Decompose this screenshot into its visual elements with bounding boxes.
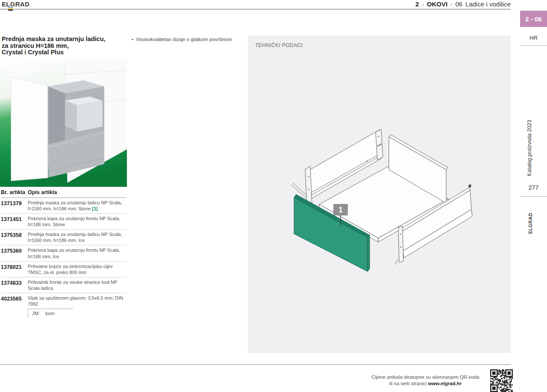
- table-row: 4023565Vijak sa upuštenom glavom; 3,5x6,…: [1, 293, 126, 309]
- callout-number: 1: [338, 206, 343, 214]
- table-row: 1371451Pokrivna kapa za unutarnju frontu…: [1, 214, 126, 230]
- page-number: 277: [520, 184, 547, 191]
- feature-bullet-item: • Visokokvalitetan dizajn s glatkom povr…: [132, 36, 253, 43]
- table-row: 1374833Prihvatnik fronte za visoke stran…: [1, 277, 126, 293]
- product-photo: [0, 59, 127, 187]
- table-header: Br. artikla Opis artikla: [1, 189, 126, 198]
- footer-line1: Cijene artikala dostupne su skeniranjem …: [367, 374, 484, 380]
- table-row: 1378021Prihvatne kopče za sinkronizacijs…: [1, 262, 126, 277]
- product-title: Prednja maska za unutarnju ladicu, za st…: [2, 36, 126, 56]
- col-header-sku: Br. artikla: [1, 189, 28, 195]
- product-title-line: Crystal i Crystal Plus: [2, 49, 126, 56]
- sku-cell: 1375358: [1, 231, 28, 243]
- table-rows: 1371379Prednja maska za unutarnju ladicu…: [1, 198, 126, 309]
- desc-cell: Prihvatnik fronte za visoke stranice kod…: [28, 279, 126, 291]
- sku-cell: 1374833: [1, 279, 28, 291]
- chevron-right-icon: ›: [422, 1, 423, 8]
- bullet-icon: •: [132, 36, 133, 43]
- sku-cell: 1371379: [1, 200, 28, 212]
- desc-cell: Prednja maska za unutarnju ladicu NP Sca…: [28, 200, 126, 212]
- desc-cell: Pokrivna kapa za unutarnju frontu NP Sca…: [28, 215, 126, 227]
- product-title-line: Prednja maska za unutarnju ladicu,: [2, 36, 126, 43]
- unit-value: kom: [45, 311, 55, 316]
- figure-ref: [1]: [91, 206, 98, 211]
- brand-logo: ELGRAD: [2, 0, 29, 8]
- website-text: www.elgrad.hr: [428, 381, 462, 386]
- unit-box: JM kom: [28, 309, 73, 318]
- table-row: 1371379Prednja maska za unutarnju ladicu…: [1, 198, 126, 214]
- sku-cell: 1371451: [1, 215, 28, 227]
- catalog-edition-label: Katalog proizvoda 2023: [526, 116, 532, 176]
- sidebar-divider: [520, 196, 547, 197]
- footer-line2: ili na web stranici www.elgrad.hr: [367, 380, 484, 387]
- desc-cell: Pokrivna kapa za unutarnju frontu NP Sca…: [28, 247, 126, 259]
- unit-label: JM: [32, 311, 38, 316]
- header-divider: [0, 9, 511, 9]
- desc-cell: Vijak sa upuštenom glavom; 3,5x6,5 mm; D…: [28, 295, 126, 307]
- desc-cell: Prednja maska za unutarnju ladicu NP Sca…: [28, 231, 126, 243]
- product-title-line: za stranicu H=186 mm,: [2, 43, 126, 50]
- sku-cell: 1375360: [1, 247, 28, 259]
- sku-cell: 1378021: [1, 263, 28, 275]
- breadcrumb-book: 2: [415, 0, 419, 8]
- language-label: HR: [520, 35, 547, 41]
- breadcrumb: 2 › OKOVI › 06 Ladice i vodilice: [415, 0, 511, 8]
- catalog-page: ELGRAD 2 › OKOVI › 06 Ladice i vodilice …: [0, 0, 547, 392]
- drawer-photo-illustration: [0, 59, 127, 187]
- breadcrumb-section: OKOVI: [427, 0, 447, 8]
- sku-cell: 4023565: [1, 295, 28, 307]
- desc-cell: Prihvatne kopče za sinkronizacijsku cije…: [28, 263, 126, 275]
- chevron-right-icon: ›: [450, 1, 452, 8]
- footer-divider: [0, 364, 511, 365]
- col-header-desc: Opis artikla: [28, 189, 57, 195]
- qr-code: [490, 369, 513, 392]
- brand-vertical-label: ELGRAD: [528, 208, 533, 234]
- breadcrumb-chapter-num: 06: [455, 0, 462, 8]
- section-badge: 2 - 06: [520, 11, 547, 27]
- article-table: Br. artikla Opis artikla 1371379Prednja …: [1, 189, 126, 318]
- footer-note: Cijene artikala dostupne su skeniranjem …: [367, 374, 484, 387]
- sidebar-divider: [520, 45, 547, 46]
- drawer-exploded-drawing: 1: [248, 35, 511, 353]
- breadcrumb-chapter-title: Ladice i vodilice: [465, 0, 511, 8]
- table-row: 1375358Prednja maska za unutarnju ladicu…: [1, 230, 126, 245]
- table-row: 1375360Pokrivna kapa za unutarnju frontu…: [1, 245, 126, 261]
- feature-text: Visokokvalitetan dizajn s glatkom površi…: [136, 36, 232, 43]
- logo-flag-icon: [8, 7, 13, 11]
- technical-data-panel: TEHNIČKI PODACI: [248, 35, 511, 353]
